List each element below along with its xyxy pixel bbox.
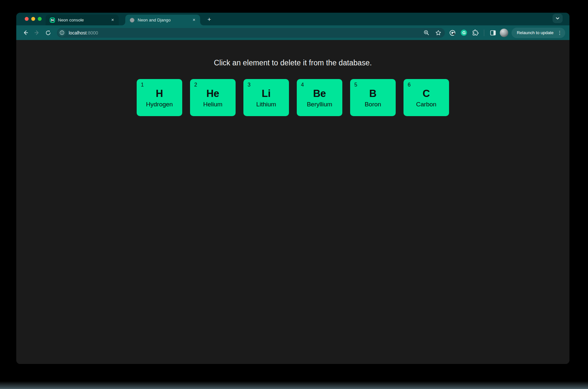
element-symbol: H bbox=[137, 88, 182, 99]
browser-menu-kebab-icon[interactable]: ⋮ bbox=[556, 30, 563, 36]
forward-arrow-icon bbox=[34, 30, 40, 36]
url-text: localhost:8000 bbox=[69, 30, 98, 35]
element-name: Carbon bbox=[403, 101, 449, 108]
site-info-icon[interactable] bbox=[58, 29, 66, 36]
grammarly-extension-icon[interactable]: G bbox=[461, 30, 467, 36]
toolbar-separator bbox=[484, 30, 484, 36]
close-tab-icon[interactable]: ✕ bbox=[110, 17, 116, 23]
neon-logo-icon bbox=[50, 18, 55, 23]
element-symbol: He bbox=[190, 88, 236, 99]
reload-icon bbox=[45, 30, 51, 36]
globe-icon bbox=[130, 18, 135, 23]
zoom-window-button[interactable] bbox=[38, 17, 42, 21]
side-panel-icon[interactable] bbox=[489, 29, 496, 36]
atomic-number: 1 bbox=[137, 82, 182, 88]
profile-avatar[interactable] bbox=[500, 29, 508, 37]
close-tab-icon[interactable]: ✕ bbox=[191, 17, 197, 23]
desktop-shadow-edge bbox=[0, 381, 588, 389]
new-tab-button[interactable]: + bbox=[205, 15, 214, 24]
page-content: Click an element to delete it from the d… bbox=[16, 40, 569, 364]
forward-button[interactable] bbox=[32, 28, 41, 37]
tab-neon-and-django[interactable]: Neon and Django ✕ bbox=[125, 15, 200, 25]
browser-window: Neon console ✕ Neon and Django ✕ + bbox=[16, 13, 569, 364]
reload-button[interactable] bbox=[44, 28, 53, 37]
element-symbol: Li bbox=[243, 88, 289, 99]
tab-neon-console[interactable]: Neon console ✕ bbox=[46, 15, 119, 25]
tab-search-button[interactable] bbox=[553, 14, 563, 23]
minimize-window-button[interactable] bbox=[31, 17, 35, 21]
url-host: localhost bbox=[69, 30, 87, 35]
atomic-number: 5 bbox=[350, 82, 396, 88]
element-name: Boron bbox=[350, 101, 396, 108]
zoom-magnifier-icon[interactable] bbox=[423, 30, 430, 36]
element-card-lithium[interactable]: 3 Li Lithium bbox=[243, 79, 289, 116]
element-name: Lithium bbox=[243, 101, 289, 108]
atomic-number: 4 bbox=[297, 82, 342, 88]
element-name: Helium bbox=[190, 101, 236, 108]
atomic-number: 2 bbox=[190, 82, 236, 88]
extensions-puzzle-icon[interactable] bbox=[472, 29, 479, 36]
element-name: Beryllium bbox=[297, 101, 342, 108]
address-bar[interactable]: localhost:8000 bbox=[57, 28, 445, 38]
atomic-number: 6 bbox=[403, 82, 449, 88]
relaunch-to-update-button[interactable]: Relaunch to update ⋮ bbox=[512, 28, 565, 38]
element-symbol: C bbox=[403, 88, 449, 99]
relaunch-label: Relaunch to update bbox=[517, 30, 554, 35]
extensions-area: G bbox=[449, 29, 496, 36]
element-card-beryllium[interactable]: 4 Be Beryllium bbox=[297, 79, 342, 116]
element-card-hydrogen[interactable]: 1 H Hydrogen bbox=[137, 79, 182, 116]
element-card-helium[interactable]: 2 He Helium bbox=[190, 79, 236, 116]
back-arrow-icon bbox=[22, 30, 29, 36]
tab-strip: Neon console ✕ Neon and Django ✕ + bbox=[16, 13, 569, 25]
chevron-down-icon bbox=[555, 16, 560, 20]
element-symbol: B bbox=[350, 88, 396, 99]
atomic-number: 3 bbox=[243, 82, 289, 88]
back-button[interactable] bbox=[21, 28, 30, 37]
tab-title: Neon console bbox=[58, 18, 107, 22]
password-manager-extension-icon[interactable] bbox=[449, 29, 456, 36]
element-symbol: Be bbox=[297, 88, 342, 99]
element-card-boron[interactable]: 5 B Boron bbox=[350, 79, 396, 116]
element-card-row: 1 H Hydrogen 2 He Helium 3 Li Lithium 4 … bbox=[16, 79, 569, 116]
tab-title: Neon and Django bbox=[138, 18, 188, 22]
element-name: Hydrogen bbox=[137, 101, 182, 108]
browser-toolbar: localhost:8000 bbox=[16, 25, 569, 40]
close-window-button[interactable] bbox=[25, 17, 29, 21]
page-title: Click an element to delete it from the d… bbox=[16, 40, 569, 67]
url-port: :8000 bbox=[87, 30, 98, 35]
address-bar-actions bbox=[423, 30, 442, 36]
bookmark-star-icon[interactable] bbox=[435, 30, 442, 36]
traffic-lights bbox=[25, 17, 42, 21]
element-card-carbon[interactable]: 6 C Carbon bbox=[403, 79, 449, 116]
